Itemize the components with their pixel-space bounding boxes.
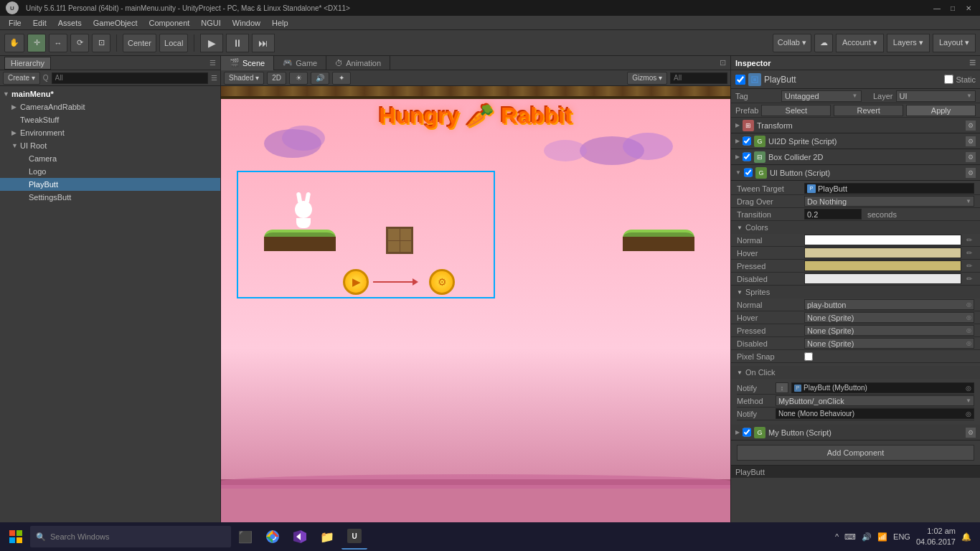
onclick-mode-btn[interactable]: ↕	[776, 382, 788, 393]
onclick-notify1-target[interactable]: P PlayButt (MyButton) ◎	[791, 382, 974, 393]
uibutton-enable[interactable]	[744, 168, 753, 177]
ui2dsprite-component-header[interactable]: ▶ G UI2D Sprite (Script) ⚙	[731, 133, 980, 149]
ui2dsprite-settings[interactable]: ⚙	[966, 136, 976, 146]
onclick-section-label[interactable]: ▼ On Click	[731, 366, 980, 379]
uibutton-component-header[interactable]: ▼ G UI Button (Script) ⚙	[731, 165, 980, 181]
maximize-btn[interactable]: □	[947, 2, 958, 14]
lighting-toggle[interactable]: ☀	[289, 72, 308, 85]
apply-btn[interactable]: Apply	[906, 105, 976, 116]
audio-toggle[interactable]: 🔊	[311, 72, 329, 85]
menu-ngui[interactable]: NGUI	[195, 17, 227, 29]
color-hover-swatch[interactable]	[804, 248, 961, 258]
mybutton-enable[interactable]	[743, 428, 751, 437]
obj-name[interactable]: PlayButt	[764, 75, 941, 85]
2d-toggle[interactable]: 2D	[267, 72, 286, 85]
cloud-button[interactable]: ☁	[814, 34, 833, 52]
mybutton-component-header[interactable]: ▶ G My Button (Script) ⚙	[731, 425, 980, 441]
hier-item-tweakstuff[interactable]: TweakStuff	[0, 113, 220, 126]
account-dropdown[interactable]: Account ▾	[836, 34, 884, 52]
color-normal-picker[interactable]: ✏	[964, 235, 974, 245]
hierarchy-tab[interactable]: Hierarchy	[4, 57, 51, 70]
boxcollider-settings[interactable]: ⚙	[966, 152, 976, 162]
hier-item-logo[interactable]: Logo	[0, 165, 220, 178]
sprite-hover-value[interactable]: None (Sprite) ◎	[804, 312, 974, 323]
layers-dropdown[interactable]: Layers ▾	[887, 34, 930, 52]
dragover-dropdown[interactable]: Do Nothing ▼	[804, 196, 974, 207]
hier-item-camera[interactable]: Camera	[0, 152, 220, 165]
sprite-normal-value[interactable]: play-button ◎	[804, 299, 974, 310]
menu-component[interactable]: Component	[143, 17, 195, 29]
gizmos-dropdown[interactable]: Gizmos ▾	[627, 72, 667, 85]
pause-button[interactable]: ⏸	[226, 34, 249, 52]
add-component-btn[interactable]: Add Component	[737, 445, 974, 461]
menu-file[interactable]: File	[3, 17, 27, 29]
layer-dropdown[interactable]: UI ▼	[896, 90, 976, 102]
inspector-tab-label[interactable]: Inspector	[735, 59, 771, 67]
taskbar-search[interactable]: 🔍 Search Windows	[30, 526, 231, 547]
step-button[interactable]: ⏭	[252, 34, 275, 52]
obj-active-checkbox[interactable]	[735, 75, 745, 85]
center-toggle[interactable]: Center	[123, 34, 156, 52]
taskbar-explorer[interactable]: 📁	[314, 524, 340, 550]
taskbar-unity[interactable]: U	[341, 524, 367, 550]
select-btn[interactable]: Select	[761, 105, 831, 116]
color-hover-picker[interactable]: ✏	[964, 248, 974, 258]
revert-btn[interactable]: Revert	[834, 105, 903, 116]
hier-item-scene[interactable]: ▼ mainMenu*	[0, 88, 220, 100]
play-button-coin[interactable]: ▶	[343, 269, 369, 295]
tool-rotate[interactable]: ↔	[49, 34, 67, 52]
color-normal-swatch[interactable]	[804, 235, 961, 245]
transition-value[interactable]: 0.2	[804, 209, 862, 220]
menu-help[interactable]: Help	[266, 17, 294, 29]
hier-item-settingsbutt[interactable]: SettingsButt	[0, 191, 220, 204]
sprite-disabled-value[interactable]: None (Sprite) ◎	[804, 338, 974, 349]
static-checkbox[interactable]	[944, 75, 953, 84]
hierarchy-create-btn[interactable]: Create ▾	[3, 72, 40, 85]
taskbar-vs[interactable]	[287, 524, 313, 550]
tweentarget-value[interactable]: P PlayButt	[804, 183, 974, 194]
volume-icon[interactable]: 🔊	[862, 532, 872, 542]
taskbar-notif[interactable]: 🔔	[961, 532, 971, 542]
tool-rect[interactable]: ⊡	[92, 34, 110, 52]
tool-scale[interactable]: ⟳	[70, 34, 89, 52]
boxcollider-enable[interactable]	[743, 152, 751, 161]
collab-button[interactable]: Collab ▾	[773, 34, 811, 52]
hierarchy-search[interactable]	[52, 72, 208, 84]
taskbar-chrome[interactable]	[260, 524, 286, 550]
uibutton-settings[interactable]: ⚙	[966, 168, 976, 178]
menu-edit[interactable]: Edit	[27, 17, 52, 29]
tool-move[interactable]: ✛	[27, 34, 46, 52]
onclick-method-dropdown[interactable]: MyButton/_onClick ▼	[776, 395, 974, 406]
taskbar-start[interactable]	[3, 524, 29, 550]
taskbar-taskvw[interactable]: ⬛	[232, 524, 258, 550]
ui2dsprite-enable[interactable]	[743, 136, 751, 146]
hier-item-camera-rabbit[interactable]: ▶ CameraAndRabbit	[0, 100, 220, 113]
pixelsnap-checkbox[interactable]	[804, 352, 813, 361]
taskbar-up-arrow[interactable]: ^	[835, 532, 839, 541]
hier-item-playbutt[interactable]: PlayButt	[0, 178, 220, 191]
effects-toggle[interactable]: ✦	[332, 72, 351, 85]
scene-tab-animation[interactable]: ⏱ Animation	[326, 56, 390, 70]
close-btn[interactable]: ✕	[963, 2, 974, 14]
tag-dropdown[interactable]: Untagged ▼	[781, 90, 862, 102]
scene-view[interactable]: Hungry 🥕 Rabbit	[221, 86, 730, 522]
menu-assets[interactable]: Assets	[52, 17, 88, 29]
color-disabled-picker[interactable]: ✏	[964, 274, 974, 284]
menu-gameobject[interactable]: GameObject	[88, 17, 143, 29]
onclick-notify2-target[interactable]: None (Mono Behaviour) ◎	[776, 408, 974, 419]
color-pressed-picker[interactable]: ✏	[964, 261, 974, 271]
minimize-btn[interactable]: —	[931, 2, 943, 14]
menu-window[interactable]: Window	[227, 17, 266, 29]
scene-maximize[interactable]: ⊡	[720, 58, 730, 67]
hier-item-uiroot[interactable]: ▼ UI Root	[0, 139, 220, 152]
sprite-pressed-value[interactable]: None (Sprite) ◎	[804, 325, 974, 336]
layout-dropdown[interactable]: Layout ▾	[933, 34, 976, 52]
scene-tab-game[interactable]: 🎮 Game	[274, 56, 326, 70]
local-toggle[interactable]: Local	[159, 34, 188, 52]
color-disabled-swatch[interactable]	[804, 273, 961, 284]
boxcollider-component-header[interactable]: ▶ ⊟ Box Collider 2D ⚙	[731, 149, 980, 165]
color-pressed-swatch[interactable]	[804, 260, 961, 271]
scene-tab-scene[interactable]: 🎬 Scene	[221, 56, 274, 70]
tool-hand[interactable]: ✋	[4, 34, 24, 52]
settings-button-coin[interactable]: ⚙	[429, 269, 455, 295]
